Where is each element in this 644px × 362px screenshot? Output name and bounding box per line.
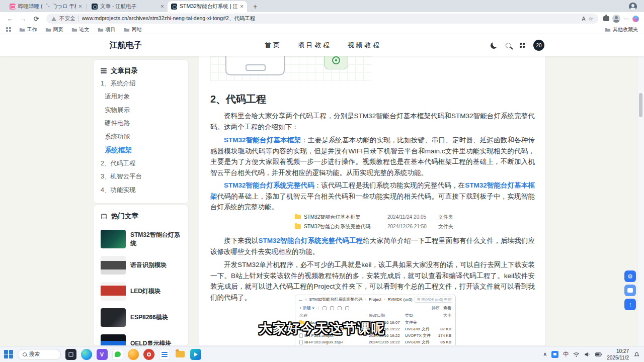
dark-mode-icon[interactable] <box>491 42 497 49</box>
settings-menu-icon[interactable]: ⋯ <box>623 16 629 22</box>
nav-home[interactable]: 首 页 <box>265 41 280 50</box>
nav-video-tutorials[interactable]: 视 频 教 程 <box>348 41 379 50</box>
comment-icon <box>627 288 633 293</box>
site-logo[interactable]: 江航电子 <box>110 34 142 56</box>
bookmark-folder-work[interactable]: 工作 <box>19 26 37 33</box>
bookmark-folder-papers[interactable]: 论文 <box>71 26 90 33</box>
toc-item-intro[interactable]: 1、系统介绍 <box>101 77 181 90</box>
toc-item-audience[interactable]: 适用对象 <box>101 90 181 104</box>
close-icon[interactable]: × <box>240 4 244 10</box>
paragraph-text: 接下来我以 <box>224 237 258 244</box>
other-favorites[interactable]: 其他收藏夹 <box>605 26 638 33</box>
toc-item-code-project[interactable]: 2、代码工程 <box>101 157 181 170</box>
profile-icon[interactable] <box>612 15 620 23</box>
address-bar[interactable]: 不安全 www.mdprojects.cn/archives/stm32zhi-… <box>46 14 598 24</box>
taskbar-app-icon-3[interactable]: V <box>97 349 108 360</box>
paragraph: STM32智能台灯基本框架：主要是系统基本功能的实现，比如按键、串口、定时器、延… <box>210 135 535 178</box>
system-diagram-image[interactable] <box>210 56 371 81</box>
bookmark-folder-web[interactable]: 网页 <box>45 26 63 33</box>
explorer-title-bar: ← ↑ STM32智能台灯系统完整代码 › Project › RVMDK (u… <box>295 295 455 304</box>
close-icon[interactable]: × <box>78 4 82 10</box>
taskbar-media-icon[interactable] <box>190 349 201 360</box>
term-link[interactable]: STM32智能台灯基本框架 <box>224 136 301 144</box>
bookmark-label: 论文 <box>79 26 90 33</box>
apps-grid-icon[interactable] <box>520 43 525 48</box>
toc-item-gizwits[interactable]: 3、机智云平台 <box>101 170 181 184</box>
user-avatar[interactable]: 20 <box>533 40 544 51</box>
favorite-star-icon[interactable]: ☆ <box>589 16 593 22</box>
delete-icon <box>345 306 349 310</box>
section-heading: 2、代码工程 <box>210 93 266 106</box>
search-icon <box>23 352 27 356</box>
taskbar-docs-icon[interactable] <box>159 349 170 360</box>
taskbar-app-icon-5[interactable] <box>128 349 139 360</box>
taskbar-app-icon-1[interactable] <box>65 349 76 360</box>
page-scrollbar[interactable] <box>637 56 644 346</box>
tray-chat-icon[interactable] <box>551 351 558 358</box>
tab-bilibili[interactable]: 哔哩哔哩 (゜-゜)つロ 干杯~-bilibili × <box>6 1 86 12</box>
battery-icon[interactable] <box>595 352 602 357</box>
forward-button[interactable]: → <box>18 14 28 24</box>
tab-title: 哔哩哔哩 (゜-゜)つロ 干杯~-bilibili <box>18 3 76 10</box>
tray-chevron-up-icon[interactable]: ∧ <box>543 351 547 357</box>
taskbar-music-icon[interactable] <box>143 349 154 360</box>
toc-item-functions[interactable]: 系统功能 <box>101 130 181 144</box>
chevron-right-icon: › <box>365 297 366 302</box>
term-link[interactable]: STM32智能台灯系统完整代码 <box>224 182 314 189</box>
bookmark-folder-sites[interactable]: 网站 <box>124 26 142 33</box>
comments-fab[interactable] <box>624 285 636 296</box>
ime-indicator[interactable]: 中 <box>563 350 569 358</box>
taskbar-edge-icon[interactable] <box>81 349 92 360</box>
close-icon[interactable]: × <box>160 4 164 10</box>
folder-icon <box>295 224 301 229</box>
hot-item[interactable]: 语音识别模块 <box>101 256 181 275</box>
paragraph-text: 资料里会给大家分享两个代码工程，分别是STM32智能台灯基本框架代码和STM32… <box>210 112 535 131</box>
toc-item-implementation[interactable]: 4、功能实现 <box>101 184 181 197</box>
reload-button[interactable]: ⟳ <box>31 14 41 24</box>
folder-listing-image[interactable]: STM32智能台灯基本框架 2024/11/24 20:05 文件夹 STM32… <box>295 212 461 231</box>
volume-icon[interactable] <box>584 351 591 357</box>
taskbar-search[interactable]: 搜索 <box>18 349 61 360</box>
extensions-icon[interactable] <box>603 16 609 21</box>
file-name: STM32智能台灯系统完整代码 <box>304 223 384 230</box>
network-icon[interactable] <box>573 351 580 357</box>
hot-item[interactable]: LED灯模块 <box>101 282 181 301</box>
settings-fab[interactable]: ⚙ <box>624 270 636 282</box>
back-button[interactable]: ← <box>5 14 15 24</box>
taskbar-explorer-icon[interactable] <box>175 349 186 360</box>
folder-icon <box>71 27 77 32</box>
hot-title: 热门文章 <box>111 212 138 221</box>
apps-grid-icon[interactable] <box>6 27 11 32</box>
article-title: 语音识别模块 <box>130 261 167 269</box>
toc-item-showcase[interactable]: 实物展示 <box>101 104 181 117</box>
copilot-icon[interactable] <box>632 16 639 22</box>
copy-icon <box>330 306 334 310</box>
taskbar-wechat-icon[interactable] <box>112 349 123 360</box>
bookmark-folder-projects[interactable]: 项目 <box>98 26 116 33</box>
green-circle-icon <box>332 56 340 64</box>
notification-bell-icon[interactable] <box>633 351 640 357</box>
up-icon: ↑ <box>305 297 307 302</box>
read-aloud-icon[interactable]: A <box>582 16 586 22</box>
toc-item-hardware[interactable]: 硬件电路 <box>101 117 181 131</box>
new-button: +新建∨ <box>299 305 315 311</box>
hot-item[interactable]: STM32智能台灯系统 <box>101 230 181 248</box>
tab-article-list[interactable]: 文章 - 江航电子 × <box>88 1 168 12</box>
browser-profile-avatar[interactable] <box>629 3 637 11</box>
nav-project-tutorials[interactable]: 项 目 教 程 <box>298 41 330 50</box>
paragraph-text: ：该代码工程是我们系统功能实现的完整代码，在 <box>314 182 465 189</box>
file-row: STM32智能台灯系统完整代码 2024/12/26 21:50 文件夹 <box>295 222 461 231</box>
tab-strip: 哔哩哔哩 (゜-゜)つロ 干杯~-bilibili × 文章 - 江航电子 × … <box>0 0 644 12</box>
new-tab-button[interactable]: + <box>250 2 260 12</box>
scrollbar-thumb[interactable] <box>639 93 642 117</box>
search-icon[interactable] <box>506 43 511 48</box>
tab-current-article[interactable]: STM32智能台灯系统 | 江航电子 × <box>168 1 247 12</box>
toc-item-framework-active[interactable]: 系统框架 <box>101 144 181 157</box>
browser-toolbar: ← → ⟳ 不安全 www.mdprojects.cn/archives/stm… <box>0 12 644 25</box>
sort-button: 排序 <box>432 305 440 311</box>
term-link[interactable]: STM32智能台灯系统完整代码工程 <box>258 237 363 244</box>
bookmark-label: 工作 <box>27 26 37 33</box>
back-to-top-fab[interactable]: ↑ <box>624 299 636 310</box>
start-button[interactable] <box>4 350 13 359</box>
taskbar-clock[interactable]: 10:27 2025/11/2 <box>607 348 629 361</box>
